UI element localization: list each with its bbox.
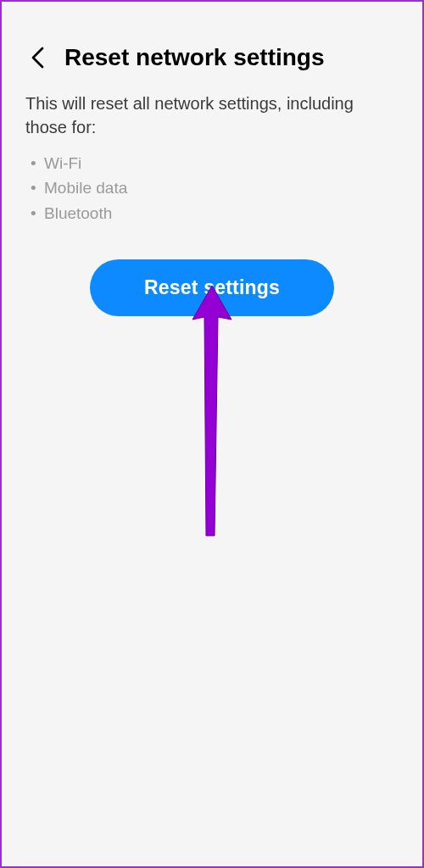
bullet-list: Wi-Fi Mobile data Bluetooth: [25, 151, 399, 225]
list-item: Wi-Fi: [44, 151, 399, 175]
content-area: This will reset all network settings, in…: [2, 92, 422, 316]
list-item: Mobile data: [44, 175, 399, 200]
reset-settings-button[interactable]: Reset settings: [90, 259, 334, 316]
description-text: This will reset all network settings, in…: [25, 92, 399, 139]
list-item: Bluetooth: [44, 201, 399, 225]
header: Reset network settings: [2, 2, 422, 92]
back-icon[interactable]: [27, 47, 49, 69]
button-container: Reset settings: [25, 259, 399, 316]
page-title: Reset network settings: [64, 44, 325, 71]
annotation-arrow-icon: [182, 281, 242, 556]
